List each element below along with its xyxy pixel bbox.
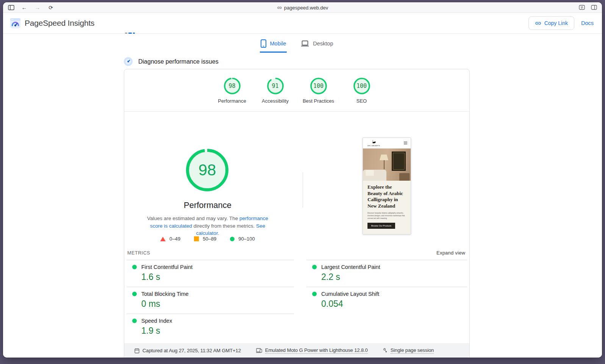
site-heading: Explore the Beauty of Arabic Calligraphy…	[367, 184, 406, 209]
split-view-icon[interactable]	[591, 4, 597, 11]
vertical-divider	[303, 172, 303, 208]
page-title: PageSpeed Insights	[25, 19, 94, 28]
red-triangle-icon	[160, 237, 166, 241]
session-type: Single page session	[383, 347, 434, 354]
green-dot-icon	[312, 265, 317, 269]
forward-button[interactable]: →	[34, 4, 41, 11]
site-cta-button: Browse Our Products	[367, 223, 395, 229]
main-content: Mobile Desktop	[3, 34, 602, 358]
metric-fcp: First Contentful Paint 1.6 s	[127, 260, 294, 287]
gauge-icon	[124, 57, 133, 66]
capture-timestamp: Captured at Aug 27, 2025, 11:32 AM GMT+1…	[134, 348, 241, 353]
legend-fail: 0–49	[160, 236, 180, 242]
device-tabs: Mobile Desktop	[124, 38, 470, 53]
tab-mobile[interactable]: Mobile	[260, 38, 287, 53]
score-legend: 0–49 50–89 90–100	[124, 236, 291, 242]
green-dot-icon	[132, 292, 137, 296]
performance-score-value: 98	[186, 149, 228, 191]
report-card: 98 Performance 91 Accessibility	[124, 69, 470, 358]
gauge-description: Values are estimated and may vary. The p…	[143, 215, 272, 237]
back-button[interactable]: ←	[21, 4, 28, 11]
score-performance[interactable]: 98 Performance	[211, 78, 254, 111]
legend-average: 50–89	[194, 236, 216, 242]
green-dot-icon	[312, 292, 317, 296]
green-circle-icon	[230, 237, 234, 241]
legend-pass: 90–100	[230, 236, 255, 242]
metric-tbt: Total Blocking Time 0 ms	[127, 287, 294, 314]
desktop-laptop-icon	[301, 40, 309, 47]
category-scores: 98 Performance 91 Accessibility	[124, 69, 469, 112]
capture-info-bar: Captured at Aug 27, 2025, 11:32 AM GMT+1…	[124, 343, 469, 358]
score-best-practices[interactable]: 100 Best Practices	[297, 78, 340, 111]
performance-gauge: 98	[186, 149, 228, 191]
expand-view-button[interactable]: Expand view	[436, 250, 465, 256]
session-icon	[383, 348, 388, 353]
link-icon	[535, 20, 541, 27]
docs-link[interactable]: Docs	[581, 20, 594, 26]
metric-speed-index: Speed Index 1.9 s	[127, 314, 294, 341]
tab-desktop[interactable]: Desktop	[300, 38, 334, 53]
performance-summary: 98 Performance Values are estimated and …	[124, 112, 469, 250]
diagnose-title: Diagnose performance issues	[138, 58, 219, 65]
wall-art	[392, 152, 406, 171]
pagespeed-logo-icon	[10, 18, 20, 28]
hero-image	[363, 148, 411, 181]
diagnose-section-header: Diagnose performance issues	[124, 57, 470, 66]
performance-gauge-label: Performance	[124, 200, 291, 210]
metrics-section-title: METRICS	[127, 250, 150, 256]
copy-link-button[interactable]: Copy Link	[528, 16, 574, 30]
mobile-phone-icon	[261, 39, 266, 48]
browser-toolbar: ← → ⟳ pagespeed.web.dev	[3, 2, 602, 13]
emulated-device: Emulated Moto G Power with Lighthouse 12…	[256, 347, 368, 354]
extensions-icon[interactable]	[578, 4, 585, 11]
app-header: PageSpeed Insights Copy Link Docs	[3, 13, 602, 34]
site-paragraph: Discover bespoke Islamic calligraphy art…	[367, 212, 406, 220]
url-text: pagespeed.web.dev	[284, 5, 328, 11]
green-dot-icon	[132, 319, 137, 323]
metric-lcp: Largest Contentful Paint 2.2 s	[306, 260, 467, 287]
score-seo[interactable]: 100 SEO	[340, 78, 383, 111]
sidebar-toggle-icon[interactable]	[8, 4, 14, 11]
green-dot-icon	[132, 265, 137, 269]
browser-window: ← → ⟳ pagespeed.web.dev	[3, 2, 602, 358]
metric-cls: Cumulative Layout Shift 0.054	[306, 287, 467, 314]
orange-square-icon	[194, 236, 199, 241]
reload-button[interactable]: ⟳	[47, 4, 54, 11]
device-icon	[256, 348, 262, 353]
page-screenshot-thumbnail[interactable]: DECCAN ARTS Ex	[363, 137, 411, 234]
score-accessibility[interactable]: 91 Accessibility	[254, 78, 297, 111]
hamburger-menu-icon	[404, 142, 407, 145]
calendar-icon	[134, 348, 139, 353]
site-logo: DECCAN ARTS	[367, 139, 380, 147]
address-bar[interactable]: pagespeed.web.dev	[277, 2, 328, 13]
link-icon	[277, 5, 282, 10]
